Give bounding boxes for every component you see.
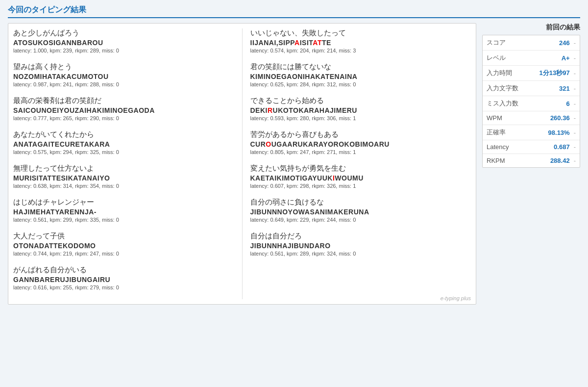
- rkpm-dash: -: [574, 157, 576, 164]
- stats-row-miss: ミス入力数 6 -: [483, 96, 580, 111]
- entry-romaji: SAICOUNOEIYOUZAIHAKIMINOEGAODA: [13, 106, 234, 114]
- stats-table: スコア 246 - レベル A+ - 入力時間 1分13秒97 - 入力文字数 …: [482, 35, 580, 168]
- entry-japanese: がんばれる自分がいる: [13, 265, 234, 275]
- entry-romaji: NOZOMIHATAKACUMOTOU: [13, 73, 234, 80]
- rkpm-label: RKPM: [487, 157, 540, 164]
- wpm-label: WPM: [487, 114, 540, 122]
- page-wrapper: 今回のタイピング結果 あと少しがんばろうATOSUKOSIGANNBAROUla…: [0, 0, 588, 310]
- score-value: 246: [540, 39, 570, 47]
- entry-stats: latency: 1.000, kpm: 239, rkpm: 289, mis…: [13, 48, 234, 53]
- stats-row-time: 入力時間 1分13秒97 -: [483, 66, 580, 81]
- entry-japanese: 自分の弱さに負けるな: [250, 198, 471, 207]
- entry-romaji: OTONADATTEKODOMO: [13, 242, 234, 250]
- latency-value: 0.687: [540, 143, 570, 151]
- time-value: 1分13秒97: [539, 69, 570, 77]
- chars-value: 321: [540, 85, 570, 92]
- list-item: 変えたい気持ちが勇気を生むKAETAIKIMOTIGAYUUKIWOUMUlat…: [250, 164, 471, 189]
- entry-japanese: 望みは高く持とう: [13, 62, 234, 72]
- entry-stats: latency: 0.649, kpm: 229, rkpm: 244, mis…: [250, 217, 471, 223]
- entry-japanese: 変えたい気持ちが勇気を生む: [250, 164, 471, 173]
- list-item: 自分の弱さに負けるなJIBUNNNOYOWASANIMAKERUNAlatenc…: [250, 198, 471, 223]
- entry-japanese: はじめはチャレンジャー: [13, 198, 234, 207]
- stats-row-rkpm: RKPM 288.42 -: [483, 154, 580, 167]
- accuracy-value: 98.13%: [540, 129, 570, 136]
- score-label: スコア: [487, 38, 540, 47]
- list-item: 最高の栄養剤は君の笑顔だSAICOUNOEIYOUZAIHAKIMINOEGAO…: [13, 96, 234, 121]
- list-item: 大人だって子供OTONADATTEKODOMOlatency: 0.744, k…: [13, 232, 234, 257]
- chars-label: 入力文字数: [487, 84, 540, 93]
- entry-stats: latency: 0.561, kpm: 299, rkpm: 335, mis…: [13, 217, 234, 223]
- entry-stats: latency: 0.638, kpm: 314, rkpm: 354, mis…: [13, 183, 234, 189]
- entry-japanese: あなたがいてくれたから: [13, 130, 234, 139]
- entry-japanese: 君の笑顔には勝てないな: [250, 62, 471, 72]
- stats-row-score: スコア 246 -: [483, 35, 580, 51]
- results-col-right: いいじゃない、失敗したってIIJANAI,SIPPAISITATTElatenc…: [243, 28, 471, 299]
- list-item: 望みは高く持とうNOZOMIHATAKACUMOTOUlatency: 0.98…: [13, 62, 234, 87]
- entry-stats: latency: 0.777, kpm: 265, rkpm: 290, mis…: [13, 115, 234, 121]
- watermark: e-typing plus: [441, 295, 471, 301]
- entry-japanese: 無理したって仕方ないよ: [13, 164, 234, 173]
- entry-japanese: いいじゃない、失敗したって: [250, 28, 471, 38]
- entry-romaji: KIMINOEGAONIHAKATENAINA: [250, 73, 471, 80]
- entry-romaji: GANNBARERUJIBUNGAIRU: [13, 276, 234, 284]
- entry-romaji: JIBUNNNOYOWASANIMAKERUNA: [250, 208, 471, 216]
- results-columns: あと少しがんばろうATOSUKOSIGANNBAROUlatency: 1.00…: [13, 28, 471, 299]
- entry-romaji: MURISITATTESIKATANAIYO: [13, 174, 234, 182]
- results-panel: あと少しがんばろうATOSUKOSIGANNBAROUlatency: 1.00…: [8, 23, 476, 305]
- entry-japanese: 大人だって子供: [13, 232, 234, 241]
- time-dash: -: [574, 70, 576, 77]
- entry-japanese: 最高の栄養剤は君の笑顔だ: [13, 96, 234, 105]
- main-content: あと少しがんばろうATOSUKOSIGANNBAROUlatency: 1.00…: [8, 23, 580, 305]
- accuracy-dash: -: [574, 129, 576, 136]
- entry-romaji: IIJANAI,SIPPAISITATTE: [250, 39, 471, 47]
- miss-label: ミス入力数: [487, 99, 540, 108]
- entry-stats: latency: 0.744, kpm: 219, rkpm: 247, mis…: [13, 251, 234, 257]
- stats-row-level: レベル A+ -: [483, 51, 580, 66]
- stats-panel: 前回の結果 スコア 246 - レベル A+ - 入力時間 1分13秒97 -: [482, 23, 580, 305]
- rkpm-value: 288.42: [540, 157, 570, 164]
- latency-dash: -: [574, 143, 576, 151]
- list-item: 無理したって仕方ないよMURISITATTESIKATANAIYOlatency…: [13, 164, 234, 189]
- time-label: 入力時間: [487, 69, 539, 77]
- level-value: A+: [540, 54, 570, 62]
- entry-stats: latency: 0.575, kpm: 294, rkpm: 325, mis…: [13, 149, 234, 155]
- latency-label: Latency: [487, 143, 540, 151]
- list-item: いいじゃない、失敗したってIIJANAI,SIPPAISITATTElatenc…: [250, 28, 471, 53]
- stats-row-latency: Latency 0.687 -: [483, 140, 580, 154]
- stats-row-wpm: WPM 260.36 -: [483, 111, 580, 125]
- entry-romaji: ATOSUKOSIGANNBAROU: [13, 39, 234, 47]
- prev-results-title: 前回の結果: [482, 23, 580, 32]
- entry-romaji: ANATAGAITECURETAKARA: [13, 140, 234, 148]
- entry-japanese: あと少しがんばろう: [13, 28, 234, 38]
- chars-dash: -: [574, 85, 576, 92]
- entry-stats: latency: 0.987, kpm: 241, rkpm: 288, mis…: [13, 81, 234, 87]
- list-item: はじめはチャレンジャーHAJIMEHATYARENNJA-latency: 0.…: [13, 198, 234, 223]
- entry-stats: latency: 0.561, kpm: 289, rkpm: 324, mis…: [250, 251, 471, 257]
- results-col-left: あと少しがんばろうATOSUKOSIGANNBAROUlatency: 1.00…: [13, 28, 243, 299]
- entry-stats: latency: 0.607, kpm: 298, rkpm: 326, mis…: [250, 183, 471, 189]
- level-dash: -: [574, 54, 576, 62]
- entry-romaji: KAETAIKIMOTIGAYUUKIWOUMU: [250, 174, 471, 182]
- entry-stats: latency: 0.805, kpm: 247, rkpm: 271, mis…: [250, 149, 471, 155]
- page-title: 今回のタイピング結果: [8, 5, 580, 18]
- stats-row-chars: 入力文字数 321 -: [483, 81, 580, 96]
- entry-romaji: DEKIRUKOTOKARAHAJIMERU: [250, 106, 471, 114]
- entry-japanese: できることから始める: [250, 96, 471, 105]
- list-item: できることから始めるDEKIRUKOTOKARAHAJIMERUlatency:…: [250, 96, 471, 121]
- entry-romaji: CUROUGAARUKARAYOROKOBIMOARU: [250, 140, 471, 148]
- miss-value: 6: [540, 100, 570, 107]
- miss-dash: -: [574, 100, 576, 107]
- entry-stats: latency: 0.625, kpm: 284, rkpm: 312, mis…: [250, 81, 471, 87]
- entry-stats: latency: 0.574, kpm: 204, rkpm: 214, mis…: [250, 48, 471, 53]
- entry-japanese: 自分は自分だろ: [250, 232, 471, 241]
- accuracy-label: 正確率: [487, 128, 540, 137]
- entry-stats: latency: 0.593, kpm: 280, rkpm: 306, mis…: [250, 115, 471, 121]
- score-dash: -: [574, 39, 576, 47]
- level-label: レベル: [487, 53, 540, 62]
- list-item: あなたがいてくれたからANATAGAITECURETAKARAlatency: …: [13, 130, 234, 155]
- list-item: がんばれる自分がいるGANNBARERUJIBUNGAIRUlatency: 0…: [13, 265, 234, 290]
- entry-japanese: 苦労があるから喜びもある: [250, 130, 471, 139]
- entry-stats: latency: 0.616, kpm: 255, rkpm: 279, mis…: [13, 284, 234, 290]
- entry-romaji: HAJIMEHATYARENNJA-: [13, 208, 234, 216]
- list-item: あと少しがんばろうATOSUKOSIGANNBAROUlatency: 1.00…: [13, 28, 234, 53]
